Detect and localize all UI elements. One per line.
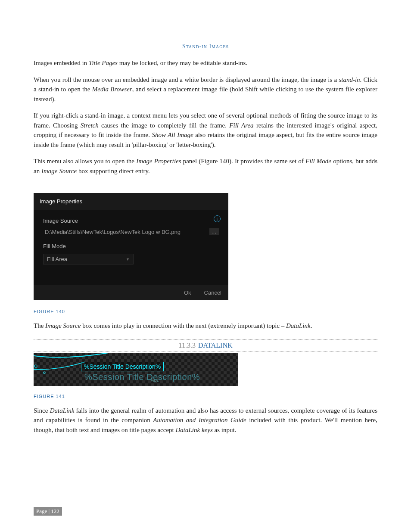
- text: When you roll the mouse over an embedded…: [34, 76, 339, 83]
- paragraph-5: The Image Source box comes into play in …: [34, 321, 377, 331]
- section-title: DATALINK: [198, 342, 233, 349]
- text-italic: Fill Mode: [305, 158, 331, 165]
- text-italic: stand-in: [339, 76, 360, 83]
- ok-button[interactable]: Ok: [184, 289, 191, 296]
- image-source-label: Image Source: [43, 218, 219, 224]
- paragraph-3: If you right-click a stand-in image, a c…: [34, 111, 377, 149]
- figure-141-caption: FIGURE 141: [34, 394, 377, 399]
- chevron-down-icon: ▼: [126, 257, 130, 261]
- text: causes the image to completely fill the …: [99, 122, 230, 129]
- text: The: [34, 322, 45, 329]
- fill-mode-select[interactable]: Fill Area ▼: [43, 254, 134, 264]
- text-italic: Media Browser: [92, 86, 132, 93]
- text: Images embedded in: [34, 59, 89, 66]
- dialog-footer: Ok Cancel: [34, 285, 228, 300]
- figure-140-caption: FIGURE 140: [34, 309, 377, 314]
- svg-point-0: [34, 365, 37, 367]
- datalink-key-box: %Session Title Description%: [81, 362, 164, 371]
- dl-tag: %DL: [151, 379, 159, 383]
- text-italic: DataLink keys: [176, 426, 213, 433]
- paragraph-6: Since DataLink falls into the general re…: [34, 406, 377, 435]
- text-italic: Image Properties: [136, 158, 181, 165]
- text-italic: Image Source: [41, 168, 77, 174]
- section-header-datalink: 11.3.3DATALINK: [34, 339, 377, 352]
- text-italic: Stretch: [81, 122, 99, 129]
- section-number: 11.3.3: [179, 342, 196, 349]
- text-italic: Image Source: [45, 322, 81, 329]
- paragraph-4: This menu also allows you to open the Im…: [34, 156, 377, 176]
- text-italic: Fill Area: [229, 122, 253, 129]
- paragraph-1: Images embedded in Title Pages may be lo…: [34, 58, 377, 68]
- svg-point-1: [44, 372, 45, 373]
- text: box comes into play in connection with t…: [81, 322, 286, 329]
- text-italic: Show All Image: [152, 131, 193, 138]
- text: Since: [34, 407, 50, 414]
- image-source-value: D:\Media\Stills\NewTek\Logos\NewTek Logo…: [43, 229, 199, 235]
- text-italic: Title Pages: [89, 59, 118, 66]
- image-properties-dialog: Image Properties i Image Source D:\Media…: [34, 193, 228, 300]
- text-italic: DataLink: [286, 322, 311, 329]
- cancel-button[interactable]: Cancel: [204, 289, 221, 296]
- dialog-title: Image Properties: [34, 193, 228, 210]
- text: This menu also allows you to open the: [34, 158, 136, 165]
- paragraph-2: When you roll the mouse over an embedded…: [34, 75, 377, 104]
- info-icon[interactable]: i: [214, 215, 221, 222]
- figure-141-image: %Session Title Description% %Session Tit…: [34, 353, 238, 386]
- text: .: [311, 322, 312, 329]
- page-footer: Page | 122: [34, 507, 62, 516]
- browse-button[interactable]: ...: [209, 228, 219, 235]
- text: as input.: [213, 426, 237, 433]
- dialog-body: i Image Source D:\Media\Stills\NewTek\Lo…: [34, 210, 228, 285]
- image-source-row: D:\Media\Stills\NewTek\Logos\NewTek Logo…: [43, 228, 219, 235]
- text: box supporting direct entry.: [77, 168, 149, 174]
- text: may be locked, or they may be editable s…: [118, 59, 247, 66]
- text-italic: DataLink: [50, 407, 75, 414]
- text: %Session Title Description%: [84, 372, 200, 382]
- fill-mode-value: Fill Area: [47, 256, 67, 262]
- text-italic: Automation and Integration Guide: [153, 417, 246, 423]
- fill-mode-label: Fill Mode: [43, 243, 219, 249]
- section-header-standin: Stand-in Images: [34, 43, 377, 51]
- text: panel (Figure 140). It provides the same…: [181, 158, 305, 165]
- datalink-key-shadow: %Session Title Description% %DL: [84, 372, 211, 382]
- footer-rule: [34, 499, 377, 499]
